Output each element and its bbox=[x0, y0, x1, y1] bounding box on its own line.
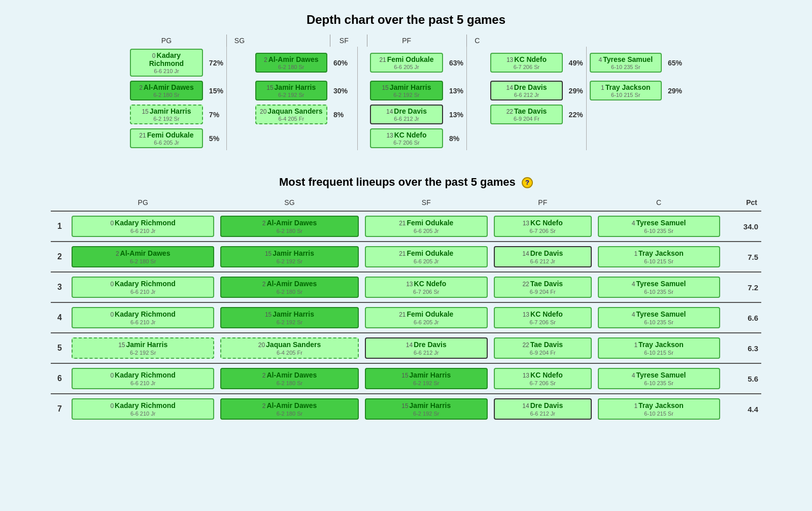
lineup-col-sg: SG bbox=[217, 196, 361, 211]
depth-player-pg: 2Al-Amir Dawes 6-2 180 Sr bbox=[127, 79, 206, 103]
lineup-player-sf: 15Jamir Harris 6-2 192 Sr bbox=[362, 394, 491, 424]
player-card: 14Dre Davis 6-6 212 Jr bbox=[370, 105, 443, 124]
lineup-player-c: 4Tyrese Samuel 6-10 235 Sr bbox=[595, 211, 723, 242]
lineup-number: 5 bbox=[51, 333, 69, 363]
player-card: 21Femi Odukale 6-6 205 Jr bbox=[370, 53, 443, 73]
depth-pct-pf: 22% bbox=[566, 103, 587, 126]
depth-pct-sf: 8% bbox=[446, 126, 467, 150]
player-card: 22Tae Davis 6-9 204 Fr bbox=[494, 277, 592, 298]
lineup-col-pf: PF bbox=[491, 196, 595, 211]
lineup-player-sg: 15Jamir Harris 6-2 192 Sr bbox=[217, 302, 361, 333]
lineup-col-pg: PG bbox=[69, 196, 217, 211]
lineup-pct: 4.4 bbox=[723, 394, 761, 424]
depth-chart-row: 15Jamir Harris 6-2 192 Sr 7% 20Jaquan Sa… bbox=[127, 103, 685, 126]
player-card: 21Femi Odukale 6-6 205 Jr bbox=[365, 307, 488, 328]
depth-player-sg bbox=[252, 126, 330, 150]
player-card: 4Tyrese Samuel 6-10 235 Sr bbox=[598, 307, 720, 328]
depth-header-c: C bbox=[467, 35, 488, 47]
lineup-col-c: C bbox=[595, 196, 723, 211]
depth-player-sf: 15Jamir Harris 6-2 192 Sr bbox=[367, 79, 446, 103]
depth-player-sf: 14Dre Davis 6-6 212 Jr bbox=[367, 103, 446, 126]
player-card: 15Jamir Harris 6-2 192 Sr bbox=[72, 337, 214, 359]
player-card: 2Al-Amir Dawes 6-2 180 Sr bbox=[255, 53, 327, 73]
lineup-player-pg: 0Kadary Richmond 6-6 210 Jr bbox=[69, 302, 217, 333]
player-card: 1Tray Jackson 6-10 215 Sr bbox=[598, 398, 720, 420]
depth-player-pf: 14Dre Davis 6-6 212 Jr bbox=[487, 79, 565, 103]
lineup-player-pg: 0Kadary Richmond 6-6 210 Jr bbox=[69, 211, 217, 242]
player-card: 1Tray Jackson 6-10 215 Sr bbox=[598, 246, 720, 267]
player-card: 13KC Ndefo 6-7 206 Sr bbox=[494, 368, 592, 389]
lineup-pct: 7.5 bbox=[723, 242, 761, 272]
depth-pct-pf: 49% bbox=[566, 47, 587, 79]
player-card: 15Jamir Harris 6-2 192 Sr bbox=[220, 307, 358, 328]
lineup-col-sf: SF bbox=[362, 196, 491, 211]
depth-chart-title: Depth chart over the past 5 games bbox=[8, 13, 804, 27]
lineup-player-pg: 15Jamir Harris 6-2 192 Sr bbox=[69, 333, 217, 363]
lineup-player-pf: 14Dre Davis 6-6 212 Jr bbox=[491, 394, 595, 424]
lineup-player-sg: 20Jaquan Sanders 6-4 205 Fr bbox=[217, 333, 361, 363]
player-card: 15Jamir Harris 6-2 192 Sr bbox=[370, 81, 443, 100]
depth-pct-c: 29% bbox=[665, 79, 685, 103]
lineup-player-sg: 2Al-Amir Dawes 6-2 180 Sr bbox=[217, 211, 361, 242]
player-card: 4Tyrese Samuel 6-10 235 Sr bbox=[590, 53, 662, 73]
lineup-row: 1 0Kadary Richmond 6-6 210 Jr 2Al-Amir D… bbox=[51, 211, 761, 242]
player-card: 22Tae Davis 6-9 204 Fr bbox=[494, 337, 592, 359]
question-icon: ? bbox=[522, 177, 533, 188]
lineup-row: 3 0Kadary Richmond 6-6 210 Jr 2Al-Amir D… bbox=[51, 272, 761, 302]
lineups-table: PG SG SF PF C Pct 1 0Kadary Richmond 6-6… bbox=[51, 196, 761, 424]
depth-header-pg: PG bbox=[127, 35, 206, 47]
depth-pct-sf: 13% bbox=[446, 79, 467, 103]
lineups-section: Most frequent lineups over the past 5 ga… bbox=[5, 163, 807, 426]
player-card: 21Femi Odukale 6-6 205 Jr bbox=[365, 216, 488, 237]
depth-pct-sg: 30% bbox=[330, 79, 357, 103]
lineup-player-c: 4Tyrese Samuel 6-10 235 Sr bbox=[595, 272, 723, 302]
lineup-player-sf: 15Jamir Harris 6-2 192 Sr bbox=[362, 363, 491, 394]
player-card: 0Kadary Richmond 6-6 210 Jr bbox=[130, 49, 203, 77]
player-card: 13KC Ndefo 6-7 206 Sr bbox=[370, 128, 443, 148]
lineup-player-pf: 13KC Ndefo 6-7 206 Sr bbox=[491, 302, 595, 333]
depth-header-sg: SG bbox=[227, 35, 252, 47]
player-card: 21Femi Odukale 6-6 205 Jr bbox=[130, 128, 203, 148]
player-card: 13KC Ndefo 6-7 206 Sr bbox=[494, 307, 592, 328]
player-card: 13KC Ndefo 6-7 206 Sr bbox=[365, 277, 488, 298]
depth-player-sg: 2Al-Amir Dawes 6-2 180 Sr bbox=[252, 47, 330, 79]
depth-chart-container: PG SG SF PF C 0Kadary Richmond 6-6 210 J… bbox=[8, 35, 804, 150]
depth-chart-table: PG SG SF PF C 0Kadary Richmond 6-6 210 J… bbox=[127, 35, 685, 150]
lineup-player-pf: 22Tae Davis 6-9 204 Fr bbox=[491, 333, 595, 363]
player-card: 14Dre Davis 6-6 212 Jr bbox=[490, 81, 562, 100]
lineups-title: Most frequent lineups over the past 5 ga… bbox=[8, 176, 804, 189]
player-card: 20Jaquan Sanders 6-4 205 Fr bbox=[255, 105, 327, 124]
lineup-pct: 7.2 bbox=[723, 272, 761, 302]
lineup-player-c: 1Tray Jackson 6-10 215 Sr bbox=[595, 333, 723, 363]
depth-pct-pg: 7% bbox=[206, 103, 227, 126]
player-card: 13KC Ndefo 6-7 206 Sr bbox=[490, 53, 562, 73]
player-card: 2Al-Amir Dawes 6-2 180 Sr bbox=[72, 246, 214, 267]
player-card: 21Femi Odukale 6-6 205 Jr bbox=[365, 246, 488, 267]
depth-player-pg: 21Femi Odukale 6-6 205 Jr bbox=[127, 126, 206, 150]
depth-player-sf: 13KC Ndefo 6-7 206 Sr bbox=[367, 126, 446, 150]
lineup-player-sg: 15Jamir Harris 6-2 192 Sr bbox=[217, 242, 361, 272]
depth-chart-row: 0Kadary Richmond 6-6 210 Jr 72% 2Al-Amir… bbox=[127, 47, 685, 79]
depth-pct-c: 65% bbox=[665, 47, 685, 79]
lineup-player-pf: 13KC Ndefo 6-7 206 Sr bbox=[491, 363, 595, 394]
player-card: 2Al-Amir Dawes 6-2 180 Sr bbox=[220, 277, 358, 298]
lineup-player-c: 4Tyrese Samuel 6-10 235 Sr bbox=[595, 302, 723, 333]
depth-pct-sg: 60% bbox=[330, 47, 357, 79]
lineup-player-sf: 14Dre Davis 6-6 212 Jr bbox=[362, 333, 491, 363]
lineup-player-pg: 0Kadary Richmond 6-6 210 Jr bbox=[69, 272, 217, 302]
lineup-col-pct: Pct bbox=[723, 196, 761, 211]
lineup-player-pg: 0Kadary Richmond 6-6 210 Jr bbox=[69, 363, 217, 394]
depth-pct-pf: 29% bbox=[566, 79, 587, 103]
lineup-player-sf: 21Femi Odukale 6-6 205 Jr bbox=[362, 211, 491, 242]
player-card: 13KC Ndefo 6-7 206 Sr bbox=[494, 216, 592, 237]
depth-player-sg: 15Jamir Harris 6-2 192 Sr bbox=[252, 79, 330, 103]
player-card: 14Dre Davis 6-6 212 Jr bbox=[365, 337, 488, 359]
lineup-number: 7 bbox=[51, 394, 69, 424]
depth-player-pf: 13KC Ndefo 6-7 206 Sr bbox=[487, 47, 565, 79]
player-card: 0Kadary Richmond 6-6 210 Jr bbox=[72, 307, 214, 328]
lineup-pct: 34.0 bbox=[723, 211, 761, 242]
player-card: 0Kadary Richmond 6-6 210 Jr bbox=[72, 368, 214, 389]
depth-pct-sf: 63% bbox=[446, 47, 467, 79]
player-card: 4Tyrese Samuel 6-10 235 Sr bbox=[598, 216, 720, 237]
lineup-row: 5 15Jamir Harris 6-2 192 Sr 20Jaquan San… bbox=[51, 333, 761, 363]
